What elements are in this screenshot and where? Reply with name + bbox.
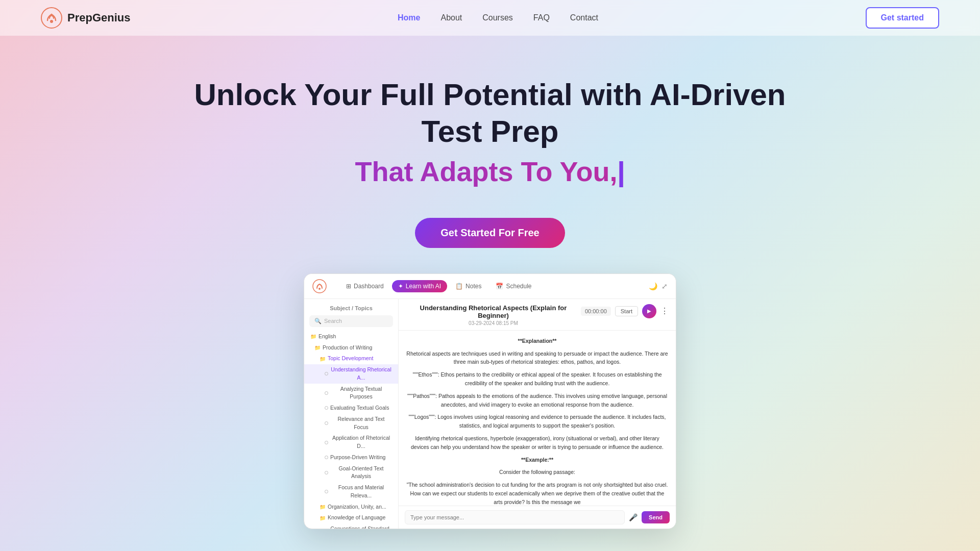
svg-point-3 [318,288,321,290]
learn-ai-icon: ✦ [398,283,403,290]
folder-icon: 📁 [320,355,326,363]
sidebar-header: Subject / Topics [304,305,398,315]
nav-about[interactable]: About [440,13,462,22]
sidebar-item-english[interactable]: 📁 English [304,331,398,342]
logo-icon [41,7,62,29]
search-icon: 🔍 [314,318,322,324]
cursor: | [617,156,625,187]
sidebar-item-organization[interactable]: 📁 Organization, Unity, an... [304,502,398,513]
logo-text: PrepGenius [67,11,130,24]
app-topbar-right: 🌙 ⤢ [649,282,668,290]
chat-input-area: 🎤 Send [399,506,676,529]
content-header: Understanding Rhetorical Aspects (Explai… [399,299,676,331]
circle-icon [325,406,328,410]
nav-courses[interactable]: Courses [482,13,513,22]
nav-faq[interactable]: FAQ [533,13,550,22]
content-date: 03-29-2024 08:15 PM [406,320,581,326]
sidebar-search[interactable]: 🔍 Search [309,315,393,327]
app-topbar: ⊞ Dashboard ✦ Learn with AI 📋 Notes 📅 Sc… [304,274,676,299]
circle-icon [325,471,328,474]
sidebar-item-application[interactable]: Application of Rhetorical D... [304,433,398,452]
sidebar-item-rhetorical[interactable]: Understanding Rhetorical A... [304,364,398,384]
content-body: **Explanation** Rhetorical aspects are t… [399,331,676,506]
start-button[interactable]: Start [615,306,638,316]
content-title: Understanding Rhetorical Aspects (Explai… [406,304,581,319]
circle-icon [325,490,328,493]
sidebar-item-topic-dev[interactable]: 📁 Topic Development [304,353,398,364]
sidebar-item-goal-oriented[interactable]: Goal-Oriented Text Analysis [304,463,398,483]
circle-icon [325,391,328,395]
more-options-button[interactable]: ⋮ [660,306,669,316]
mic-button[interactable]: 🎤 [629,513,638,521]
hero-title: Unlock Your Full Potential with AI-Drive… [10,77,970,150]
svg-point-2 [313,280,326,293]
app-tab-schedule[interactable]: 📅 Schedule [489,280,537,292]
sidebar-item-focus-material[interactable]: Focus and Material Releva... [304,482,398,502]
sidebar-item-knowledge-lang[interactable]: 📁 Knowledge of Language [304,512,398,523]
content-title-area: Understanding Rhetorical Aspects (Explai… [406,304,581,326]
sidebar-item-conventions[interactable]: 📁 Conventions of Standard ... [304,523,398,529]
folder-icon: 📁 [310,333,316,340]
app-nav-tabs: ⊞ Dashboard ✦ Learn with AI 📋 Notes 📅 Sc… [340,280,639,292]
app-body: Subject / Topics 🔍 Search 📁 English 📁 Pr… [304,299,676,529]
expand-icon[interactable]: ⤢ [662,282,668,290]
nav-links: Home About Courses FAQ Contact [398,13,598,22]
notes-icon: 📋 [455,283,463,290]
hero-subtitle: That Adapts To You,| [10,155,970,188]
folder-icon: 📁 [320,514,326,522]
circle-icon [325,441,328,444]
circle-icon [325,421,328,425]
dark-mode-icon[interactable]: 🌙 [649,282,657,290]
app-tab-notes[interactable]: 📋 Notes [449,280,487,292]
logo: PrepGenius [41,7,130,29]
hero-section: Unlock Your Full Potential with AI-Drive… [0,36,980,549]
play-button[interactable]: ▶ [642,304,656,318]
sidebar-item-textual-purposes[interactable]: Analyzing Textual Purposes [304,384,398,403]
svg-point-0 [41,8,62,28]
schedule-icon: 📅 [496,283,503,290]
sidebar-item-production[interactable]: 📁 Production of Writing [304,342,398,354]
folder-icon: 📁 [314,344,321,352]
dashboard-icon: ⊞ [346,283,351,290]
app-logo-icon [312,279,327,293]
content-controls: 00:00:00 Start ▶ ⋮ [581,304,669,318]
app-mockup: ⊞ Dashboard ✦ Learn with AI 📋 Notes 📅 Sc… [304,273,676,529]
circle-icon [325,372,328,375]
nav-get-started-button[interactable]: Get started [866,7,939,29]
hero-cta-button[interactable]: Get Started For Free [415,218,565,248]
navbar: PrepGenius Home About Courses FAQ Contac… [0,0,980,36]
sidebar-item-purpose-driven[interactable]: Purpose-Driven Writing [304,452,398,463]
nav-contact[interactable]: Contact [570,13,598,22]
circle-icon [325,456,328,459]
app-tab-learn-ai[interactable]: ✦ Learn with AI [392,280,447,292]
send-button[interactable]: Send [642,511,670,523]
sidebar-item-textual-goals[interactable]: Evaluating Textual Goals [304,403,398,414]
chat-input[interactable] [405,510,625,524]
app-sidebar: Subject / Topics 🔍 Search 📁 English 📁 Pr… [304,299,399,529]
app-tab-dashboard[interactable]: ⊞ Dashboard [340,280,390,292]
sidebar-item-relevance-focus[interactable]: Relevance and Text Focus [304,414,398,433]
svg-point-1 [50,20,53,23]
folder-icon: 📁 [320,503,326,511]
app-main: Understanding Rhetorical Aspects (Explai… [399,299,676,529]
timer: 00:00:00 [581,307,611,316]
nav-home[interactable]: Home [398,13,420,22]
